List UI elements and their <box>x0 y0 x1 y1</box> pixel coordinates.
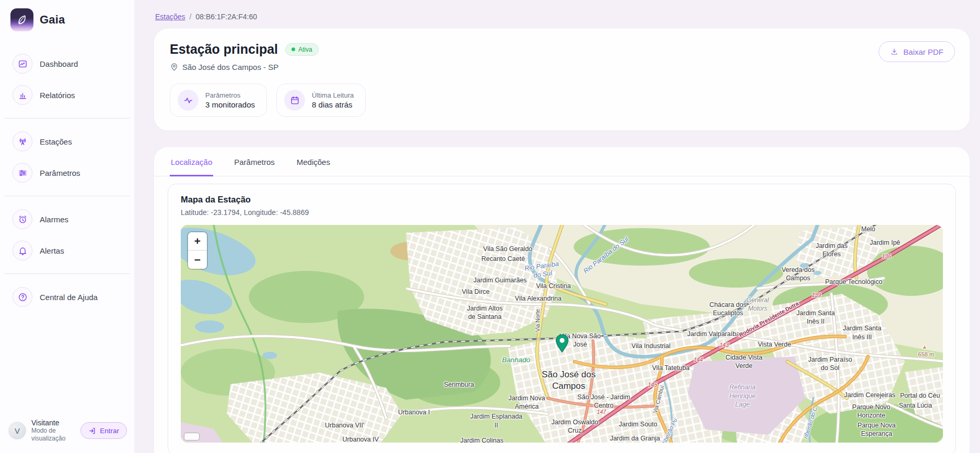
map-label: Jardim Santa Inês II <box>797 309 835 326</box>
tabs-card: LocalizaçãoParâmetrosMedições Mapa da Es… <box>154 147 970 453</box>
sidebar-item-estacoes[interactable]: Estações <box>0 128 134 155</box>
map-label: Parque Tecnológico <box>825 278 883 286</box>
antenna-icon <box>13 132 32 151</box>
map-label: Rio Paraíba do Sul <box>524 259 561 281</box>
location-row: São José dos Campos - SP <box>170 63 954 71</box>
sidebar-item-label: Relatórios <box>40 91 75 100</box>
sidebar-item-alertas[interactable]: Alertas <box>0 237 134 264</box>
map-label: Jardim Santa Inês III <box>843 324 882 341</box>
map-label: 143 <box>720 342 729 349</box>
map-label: Serimbura <box>444 380 474 389</box>
help-icon <box>13 287 32 307</box>
nav-group: AlarmesAlertas <box>0 206 134 268</box>
sidebar-item-label: Estações <box>40 137 72 146</box>
stat-card-ultima-leitura: Última Leitura8 dias atrás <box>276 84 366 117</box>
breadcrumb-current: 08:B6:1F:2A:F4:60 <box>195 13 257 21</box>
gaia-logo-icon <box>10 8 33 31</box>
stat-card-parametros: Parâmetros3 monitorados <box>170 84 267 117</box>
map-label: Banhado <box>502 355 530 365</box>
map-label: Portal do Céu <box>900 391 940 400</box>
map-label: Via Norte <box>534 309 542 332</box>
map-card: Mapa da Estação Latitude: -23.1794, Long… <box>168 184 956 453</box>
map-label: Vila Tatetuba <box>652 364 690 372</box>
map-label: Parque Nova Esperança <box>858 421 896 438</box>
sidebar-item-dashboard[interactable]: Dashboard <box>0 50 134 77</box>
activity-icon <box>178 90 199 111</box>
sidebar-item-alarmes[interactable]: Alarmes <box>0 206 134 233</box>
map-label: Jardim Nova América <box>508 394 545 411</box>
map-label: Melo <box>861 225 875 233</box>
station-map-marker[interactable] <box>555 334 569 355</box>
status-badge: Ativa <box>285 43 319 56</box>
nav-group: Central de Ajuda <box>0 283 134 315</box>
map-label: Jardim Valparaíba <box>687 330 740 338</box>
map-label: Urbanova IV <box>343 435 379 443</box>
location-label: São José dos Campos - SP <box>182 63 278 71</box>
brand-name: Gaia <box>40 13 65 27</box>
map-label: Jardim da Granja <box>610 434 660 443</box>
map-label: 136 <box>882 253 891 260</box>
map-label: Jardim Colinas <box>460 436 504 443</box>
tabs: LocalizaçãoParâmetrosMedições <box>154 147 970 176</box>
tab-localizacao[interactable]: Localização <box>170 147 213 176</box>
map-label: Vereda dos Campos <box>781 266 814 283</box>
map-label: Chácara dos Eucaliptos <box>709 300 746 317</box>
map-label: Jardim Guimarães <box>473 276 527 284</box>
map-label: Vila Industrial <box>632 342 671 350</box>
login-button[interactable]: Entrar <box>80 422 127 439</box>
main-content: Estações / 08:B6:1F:2A:F4:60 Estação pri… <box>134 0 980 453</box>
map-scale-control <box>184 433 200 440</box>
sidebar: Gaia DashboardRelatóriosEstaçõesParâmetr… <box>0 0 134 453</box>
map-label: Vila Cristina <box>536 282 570 290</box>
map-label: 144 <box>694 356 703 364</box>
map-label: ribeirão do C <box>802 406 819 439</box>
stats-row: Parâmetros3 monitoradosÚltima Leitura8 d… <box>170 84 954 117</box>
alarm-clock-icon <box>13 209 32 229</box>
map-label: General Motors <box>746 297 769 313</box>
sidebar-item-relatorios[interactable]: Relatórios <box>0 81 134 109</box>
map-label: Jardim Souto <box>619 420 658 428</box>
map-label: Jardim Paraíso do Sol <box>808 355 852 373</box>
breadcrumb-link-estacoes[interactable]: Estações <box>155 13 185 21</box>
map-label: Vista Verde <box>758 340 791 349</box>
nav-divider <box>4 273 130 274</box>
nav-divider <box>4 118 130 118</box>
zoom-out-button[interactable]: − <box>188 251 207 269</box>
calendar-icon <box>284 90 305 111</box>
map-label: Jardim Oswaldo Cruz <box>551 418 598 435</box>
sidebar-item-central-de-ajuda[interactable]: Central de Ajuda <box>0 283 134 311</box>
sidebar-nav: DashboardRelatóriosEstaçõesParâmetrosAla… <box>0 37 134 411</box>
stat-texts: Parâmetros3 monitorados <box>205 91 255 109</box>
sidebar-item-parametros[interactable]: Parâmetros <box>0 159 134 186</box>
breadcrumb-separator: / <box>190 13 192 21</box>
sidebar-item-label: Alertas <box>40 246 64 255</box>
brand: Gaia <box>0 0 134 37</box>
map-label: Rio Paraíba do Sul <box>582 235 631 276</box>
map-label: Jardim Esplanada II <box>470 412 522 430</box>
map-label: Cidade Vista Verde <box>726 353 763 371</box>
map-pin-icon <box>170 63 179 71</box>
stat-label: Parâmetros <box>205 91 255 99</box>
map-label: Vila Alexandrina <box>515 294 562 303</box>
map-label: Rodovia Presidente Dutra <box>738 300 800 339</box>
map-canvas[interactable]: Vila São GeraldoRecanto CaetéJardim Guim… <box>181 225 943 443</box>
tab-medicoes[interactable]: Medições <box>296 147 331 176</box>
user-mode: Modo de visualização <box>31 427 75 443</box>
status-label: Ativa <box>298 46 312 53</box>
download-label: Baixar PDF <box>903 47 943 56</box>
stat-value: 8 dias atrás <box>312 100 354 109</box>
map-label: Urbanova I <box>398 408 430 416</box>
nav-divider <box>4 196 130 196</box>
map-label: Jardim Altos de Santana <box>467 304 503 321</box>
page-title: Estação principal <box>170 42 278 57</box>
tab-parametros[interactable]: Parâmetros <box>233 147 276 176</box>
status-dot-icon <box>291 47 295 51</box>
map-label: Via Cambuí <box>651 385 666 414</box>
map-label: 139 <box>812 292 821 299</box>
map-label: São José - Jardim Centro <box>577 393 630 410</box>
map-label: Refinaria Henrique Lage <box>729 383 756 409</box>
zoom-in-button[interactable]: + <box>188 232 207 251</box>
title-row: Estação principal Ativa <box>170 42 954 57</box>
sidebar-item-label: Dashboard <box>40 59 78 68</box>
download-pdf-button[interactable]: Baixar PDF <box>879 41 955 62</box>
